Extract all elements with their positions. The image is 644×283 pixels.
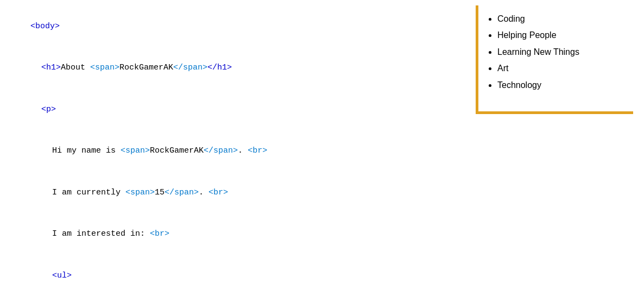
- text: Hi my name is: [52, 146, 121, 155]
- code-line: Hi my name is <span>RockGamerAK</span>. …: [33, 130, 459, 172]
- text: I am currently: [52, 188, 125, 197]
- br-tag: <br>: [209, 188, 228, 197]
- text: About: [61, 63, 90, 72]
- tag: <body>: [30, 22, 60, 31]
- br-tag: <br>: [248, 146, 267, 155]
- list-item: Art: [497, 60, 625, 77]
- span-tag: </span>: [165, 188, 199, 197]
- list-item: Learning New Things: [497, 44, 625, 60]
- preview-box: Coding Helping People Learning New Thing…: [476, 5, 633, 114]
- span-tag: </span>: [204, 146, 238, 155]
- code-line: <h1>About <span>RockGamerAK</span></h1>: [22, 47, 459, 89]
- span-tag: <span>: [121, 146, 150, 155]
- preview-list: Coding Helping People Learning New Thing…: [487, 11, 625, 93]
- code-line: <ul>: [33, 255, 459, 283]
- text: .: [199, 188, 209, 197]
- code-line: I am currently <span>15</span>. <br>: [33, 172, 459, 213]
- span-tag: <span>: [90, 63, 119, 72]
- text: RockGamerAK: [150, 146, 204, 155]
- text: RockGamerAK: [119, 63, 173, 72]
- tag: </h1>: [207, 63, 232, 72]
- list-item: Helping People: [497, 27, 625, 43]
- text: I am interested in:: [52, 229, 150, 238]
- code-panel: <body> <h1>About <span>RockGamerAK</span…: [0, 0, 470, 283]
- code-line: <p>: [22, 89, 459, 130]
- br-tag: <br>: [150, 229, 169, 238]
- text: .: [238, 146, 248, 155]
- preview-panel: Coding Helping People Learning New Thing…: [470, 0, 644, 283]
- tag: <p>: [41, 105, 56, 114]
- tag: <ul>: [52, 271, 72, 280]
- span-tag: <span>: [125, 188, 155, 197]
- code-line: I am interested in: <br>: [33, 213, 459, 255]
- span-tag: </span>: [173, 63, 207, 72]
- list-item: Technology: [497, 77, 625, 93]
- code-line: <body>: [11, 5, 459, 47]
- tag: <h1>: [41, 63, 61, 72]
- text: 15: [155, 188, 165, 197]
- list-item: Coding: [497, 11, 625, 27]
